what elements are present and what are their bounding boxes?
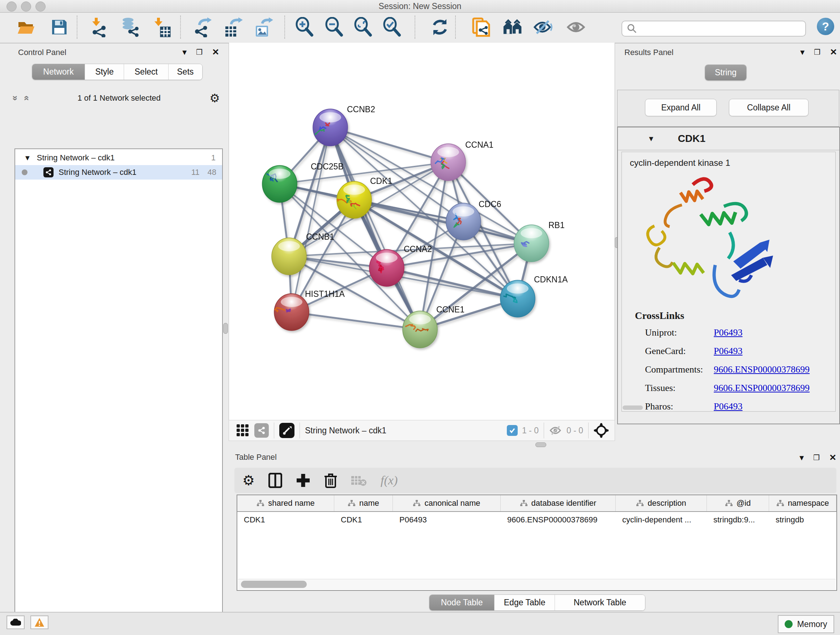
apply-layout-icon[interactable]: [430, 17, 450, 37]
collection-expand-icon[interactable]: ▼: [24, 154, 31, 162]
collapse-all-networks-icon[interactable]: »: [21, 96, 31, 101]
tab-style[interactable]: Style: [85, 64, 124, 80]
import-table-file-icon[interactable]: [151, 17, 172, 37]
zoom-out-icon[interactable]: [324, 17, 344, 37]
panel-float-icon[interactable]: ❒: [813, 453, 820, 462]
import-network-file-icon[interactable]: [89, 17, 109, 37]
warnings-button[interactable]: [30, 616, 49, 629]
zoom-selected-icon[interactable]: [382, 17, 402, 37]
panel-menu-icon[interactable]: ▾: [799, 453, 804, 463]
scrollbar-thumb[interactable]: [241, 581, 307, 588]
table-cell[interactable]: stringdb:9...: [707, 512, 769, 528]
search-input[interactable]: [640, 24, 805, 34]
node-HIST1H1A[interactable]: [274, 294, 309, 331]
network-canvas[interactable]: CCNB2CCNA1CDC25BCDK1CDC6RB1CCNB1CCNA2CDK…: [229, 43, 615, 420]
node-RB1[interactable]: [514, 225, 549, 262]
birds-eye-view-icon[interactable]: [279, 423, 294, 438]
node-CDKN1A[interactable]: [500, 280, 535, 317]
tab-network[interactable]: Network: [32, 64, 85, 80]
node-CCNA1[interactable]: [431, 144, 466, 181]
export-network-icon[interactable]: [193, 17, 213, 37]
hide-selected-eye-slash-icon[interactable]: [533, 17, 554, 37]
panel-float-icon[interactable]: ❒: [814, 48, 821, 57]
network-view-share-icon[interactable]: [254, 423, 269, 438]
node-CCNA2[interactable]: [369, 249, 404, 287]
table-toolbar: ⚙ f(x): [234, 468, 836, 493]
table-settings-gear-icon[interactable]: ⚙: [242, 472, 255, 488]
tab-string[interactable]: String: [705, 65, 746, 80]
table-cell[interactable]: CDK1: [334, 512, 393, 528]
tab-node-table[interactable]: Node Table: [429, 595, 494, 610]
panel-menu-icon[interactable]: ▾: [182, 47, 187, 57]
expand-all-networks-icon[interactable]: »: [11, 96, 20, 101]
column-header-description[interactable]: description: [616, 495, 707, 511]
save-session-icon[interactable]: [49, 17, 69, 37]
crosslink-link[interactable]: P06493: [714, 401, 742, 412]
show-columns-icon[interactable]: [268, 473, 282, 488]
table-horizontal-scrollbar[interactable]: [238, 579, 836, 589]
table-cell[interactable]: stringdb: [769, 512, 836, 528]
panel-close-icon[interactable]: ✕: [212, 47, 219, 57]
cloud-button[interactable]: [6, 616, 25, 629]
show-all-eye-icon[interactable]: [566, 17, 586, 37]
column-header--id[interactable]: @id: [707, 495, 769, 511]
tab-edge-table[interactable]: Edge Table: [494, 595, 554, 610]
node-CCNB2[interactable]: [313, 109, 347, 146]
network-options-gear-icon[interactable]: ⚙: [210, 91, 220, 105]
node-CDC6[interactable]: [446, 203, 481, 240]
horizontal-splitter-handle[interactable]: [535, 442, 546, 447]
export-image-icon[interactable]: [253, 17, 273, 37]
left-splitter-handle[interactable]: [223, 323, 228, 334]
crosslink-link[interactable]: 9606.ENSP00000378699: [714, 383, 810, 394]
memory-button[interactable]: Memory: [778, 615, 834, 633]
node-CCNE1[interactable]: [403, 311, 437, 348]
protein-section-header[interactable]: ▼ CDK1: [618, 127, 839, 150]
first-neighbors-icon[interactable]: [503, 17, 523, 37]
network-row[interactable]: String Network – cdk1 11 48: [15, 165, 222, 180]
node-CDC25B[interactable]: [262, 165, 297, 203]
panel-close-icon[interactable]: ✕: [829, 453, 836, 463]
column-header-shared-name[interactable]: shared name: [237, 495, 334, 511]
collapse-all-button[interactable]: Collapse All: [729, 99, 808, 116]
panel-menu-icon[interactable]: ▾: [800, 47, 805, 57]
edge-CCNA2-CDKN1A[interactable]: [387, 268, 518, 299]
help-button[interactable]: ?: [817, 18, 834, 35]
table-row[interactable]: CDK1CDK1P064939606.ENSP00000378699cyclin…: [237, 512, 836, 528]
search-box[interactable]: [622, 21, 806, 36]
table-cell[interactable]: P06493: [393, 512, 501, 528]
export-table-icon[interactable]: [223, 17, 243, 37]
column-header-canonical-name[interactable]: canonical name: [393, 495, 501, 511]
table-cell[interactable]: cyclin-dependent ...: [616, 512, 707, 528]
create-column-plus-icon[interactable]: [296, 473, 310, 488]
edge-CCNB2-CCNA1[interactable]: [330, 127, 448, 162]
results-scrollbar-thumb[interactable]: [622, 405, 643, 410]
grid-view-icon[interactable]: [236, 424, 249, 437]
column-header-namespace[interactable]: namespace: [769, 495, 836, 511]
node-CDK1[interactable]: [337, 181, 371, 218]
zoom-in-icon[interactable]: [294, 17, 315, 37]
tab-network-table[interactable]: Network Table: [554, 595, 645, 610]
network-collection-row[interactable]: ▼ String Network – cdk1 1: [15, 150, 222, 165]
column-header-database-identifier[interactable]: database identifier: [501, 495, 616, 511]
table-cell[interactable]: 9606.ENSP00000378699: [501, 512, 616, 528]
crosslink-link[interactable]: 9606.ENSP00000378699: [714, 364, 810, 375]
tab-sets[interactable]: Sets: [168, 64, 202, 80]
table-cell[interactable]: CDK1: [237, 512, 334, 528]
zoom-fit-icon[interactable]: [353, 17, 373, 37]
edge-HIST1H1A-CCNE1[interactable]: [292, 312, 420, 329]
column-header-name[interactable]: name: [334, 495, 393, 511]
panel-close-icon[interactable]: ✕: [830, 47, 837, 57]
fit-content-crosshair-icon[interactable]: [594, 423, 609, 438]
node-CCNB1[interactable]: [272, 238, 306, 275]
open-session-icon[interactable]: [16, 17, 36, 37]
clone-network-icon[interactable]: [471, 17, 491, 37]
crosslink-link[interactable]: P06493: [714, 327, 742, 338]
expand-all-button[interactable]: Expand All: [645, 99, 717, 116]
section-expand-icon[interactable]: ▼: [647, 135, 655, 143]
tab-select[interactable]: Select: [124, 64, 168, 80]
panel-float-icon[interactable]: ❒: [196, 48, 202, 57]
crosslink-link[interactable]: P06493: [714, 346, 742, 356]
edge-CCNB2-CCNE1[interactable]: [330, 127, 420, 329]
delete-column-trash-icon[interactable]: [324, 473, 337, 488]
import-network-database-icon[interactable]: [119, 17, 140, 37]
